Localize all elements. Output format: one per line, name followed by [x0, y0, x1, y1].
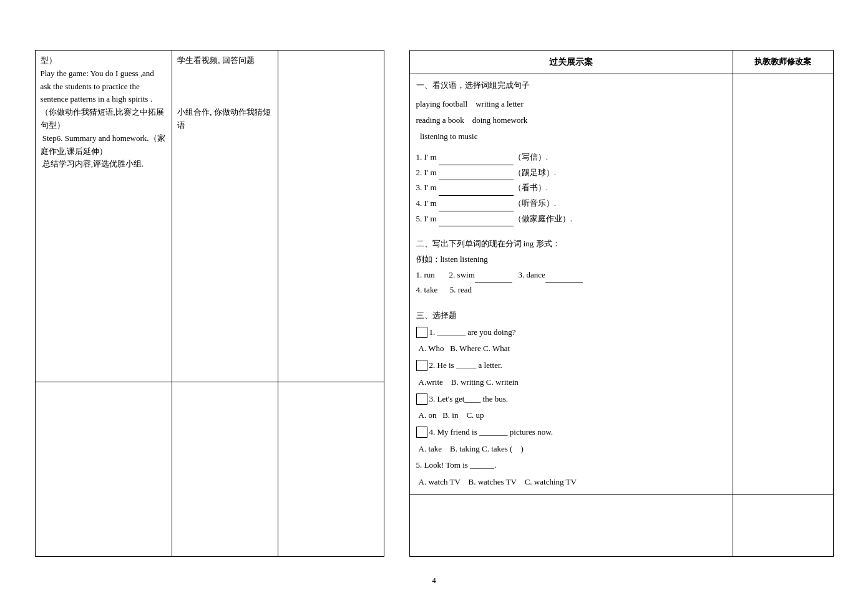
- left-col1-empty: [35, 382, 172, 556]
- section1-options: playing football writing a letter readin…: [416, 96, 727, 145]
- section1-title: 一、看汉语，选择词组完成句子: [416, 78, 727, 94]
- right-content: 一、看汉语，选择词组完成句子 playing football writing …: [416, 78, 727, 490]
- section1-item3: 3. I' m （看书）.: [416, 180, 727, 196]
- page-number: 4: [432, 576, 436, 586]
- section1-item5: 5. I' m （做家庭作业）.: [416, 211, 727, 227]
- section2: 二、写出下列单词的现在分词 ing 形式： 例如：listen listenin…: [416, 236, 727, 298]
- left-col2: 学生看视频, 回答问题小组合作, 你做动作我猜短语: [172, 51, 278, 382]
- section3-q3: 3. Let's get____ the bus.: [416, 392, 727, 407]
- left-col1-text: 型） Play the game: You do I guess ,and as…: [41, 56, 165, 168]
- section2-title: 二、写出下列单词的现在分词 ing 形式：: [416, 236, 727, 252]
- teacher-header: 执教教师修改案: [733, 51, 834, 74]
- section3-q5: 5. Look! Tom is ______.: [416, 458, 727, 473]
- teacher-content: [733, 74, 834, 494]
- section1: 一、看汉语，选择词组完成句子 playing football writing …: [416, 78, 727, 226]
- section1-item4: 4. I' m （听音乐）.: [416, 196, 727, 211]
- left-col1: 型） Play the game: You do I guess ,and as…: [35, 51, 172, 382]
- section3: 三、选择题 1. _______ are you doing? A. Who B…: [416, 308, 727, 490]
- right-bottom-empty: [409, 494, 733, 556]
- left-col2-text: 学生看视频, 回答问题小组合作, 你做动作我猜短语: [177, 56, 271, 130]
- left-table: 型） Play the game: You do I guess ,and as…: [35, 50, 384, 557]
- teacher-bottom-empty: [733, 494, 834, 556]
- section3-q1-options: A. Who B. Where C. What: [419, 341, 727, 357]
- page-container: 型） Play the game: You do I guess ,and as…: [0, 0, 868, 613]
- section2-items-row2: 4. take 5. read: [416, 282, 727, 298]
- section3-title: 三、选择题: [416, 308, 727, 324]
- section1-item2: 2. I' m （踢足球）.: [416, 165, 727, 181]
- right-table: 过关展示案 执教教师修改案 一、看汉语，选择词组完成句子: [409, 50, 834, 557]
- section3-q4: 4. My friend is _______ pictures now.: [416, 425, 727, 440]
- section2-example: 例如：listen listening: [416, 252, 727, 268]
- section3-q1: 1. _______ are you doing?: [416, 325, 727, 340]
- right-header: 过关展示案: [409, 51, 733, 74]
- left-col3: [278, 51, 384, 382]
- left-col2-empty: [172, 382, 278, 556]
- section2-items-row1: 1. run 2. swim 3. dance: [416, 268, 727, 283]
- section3-q2: 2. He is _____ a letter.: [416, 358, 727, 374]
- section1-item1: 1. I' m （写信）.: [416, 150, 727, 165]
- main-content: 型） Play the game: You do I guess ,and as…: [35, 50, 834, 557]
- section3-q4-options: A. take B. taking C. takes ( ): [419, 442, 727, 457]
- section3-q2-options: A.write B. writing C. writein: [419, 375, 727, 390]
- section3-q3-options: A. on B. in C. up: [419, 408, 727, 423]
- right-main-content: 一、看汉语，选择词组完成句子 playing football writing …: [409, 74, 733, 494]
- section3-q5-options: A. watch TV B. watches TV C. watching TV: [419, 475, 727, 490]
- left-col3-empty: [278, 382, 384, 556]
